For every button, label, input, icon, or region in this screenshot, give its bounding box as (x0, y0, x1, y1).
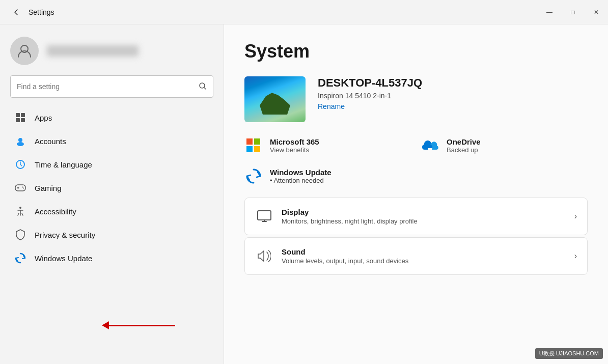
device-name: DESKTOP-4L537JQ (318, 76, 422, 90)
arrow-head-icon (102, 321, 109, 329)
svg-point-13 (23, 188, 24, 189)
arrow-annotation (102, 321, 175, 329)
onedrive-title: OneDrive (447, 137, 481, 146)
titlebar: Settings — □ ✕ (0, 0, 608, 24)
page-title: System (244, 41, 588, 62)
window-controls: — □ ✕ (538, 0, 608, 24)
device-card: DESKTOP-4L537JQ Inspiron 14 5410 2-in-1 … (244, 76, 588, 122)
status-card-ms365[interactable]: Microsoft 365 View benefits (244, 136, 411, 155)
close-button[interactable]: ✕ (585, 0, 608, 24)
accounts-icon (14, 135, 26, 147)
sidebar-item-apps[interactable]: Apps (4, 106, 219, 129)
watermark: U教授 UJIAOSHU.COM (535, 348, 603, 359)
sound-icon (255, 247, 273, 265)
sidebar-item-windows-update[interactable]: Windows Update (4, 247, 219, 269)
sidebar-item-time-language[interactable]: Time & language (4, 153, 219, 176)
status-row: Microsoft 365 View benefits OneDrive Bac… (244, 136, 588, 155)
accessibility-icon (14, 205, 26, 217)
sidebar-item-apps-label: Apps (35, 114, 52, 122)
apps-icon (14, 111, 26, 124)
setting-item-sound[interactable]: Sound Volume levels, output, input, soun… (244, 237, 588, 275)
device-rename-link[interactable]: Rename (318, 102, 345, 110)
sound-title: Sound (282, 247, 574, 256)
time-language-icon (14, 158, 26, 171)
svg-rect-4 (16, 118, 20, 122)
search-box[interactable] (10, 75, 213, 98)
sound-desc: Volume levels, output, input, sound devi… (282, 257, 574, 265)
onedrive-text: OneDrive Backed up (447, 137, 481, 154)
svg-point-12 (22, 187, 23, 188)
svg-point-7 (17, 142, 24, 146)
sound-chevron-icon: › (574, 251, 577, 261)
sidebar-item-time-label: Time & language (35, 160, 92, 169)
sidebar-item-privacy-security[interactable]: Privacy & security (4, 223, 219, 246)
sidebar-item-windows-update-label: Windows Update (35, 254, 92, 263)
device-image (244, 76, 306, 122)
windows-update-nav-icon (14, 252, 26, 264)
svg-rect-3 (21, 113, 25, 117)
avatar (10, 37, 39, 65)
windows-update-title: Windows Update (270, 168, 331, 177)
sidebar-item-privacy-label: Privacy & security (35, 231, 95, 239)
svg-rect-15 (258, 211, 271, 220)
search-box-wrap (0, 73, 224, 106)
search-input[interactable] (17, 82, 195, 91)
maximize-button[interactable]: □ (561, 0, 585, 24)
arrow-line (109, 325, 175, 326)
back-button[interactable] (8, 4, 24, 20)
sidebar: Apps Accounts Time & language (0, 24, 224, 364)
display-icon (255, 207, 273, 226)
device-info: DESKTOP-4L537JQ Inspiron 14 5410 2-in-1 … (318, 76, 422, 111)
ms365-text: Microsoft 365 View benefits (270, 137, 319, 154)
app-title: Settings (29, 8, 54, 16)
search-icon (199, 82, 207, 92)
sidebar-item-accounts[interactable]: Accounts (4, 130, 219, 152)
sidebar-item-accessibility-label: Accessibility (35, 207, 76, 216)
ms365-title: Microsoft 365 (270, 137, 319, 146)
display-text: Display Monitors, brightness, night ligh… (282, 208, 574, 225)
svg-point-14 (19, 207, 21, 209)
display-desc: Monitors, brightness, night light, displ… (282, 217, 574, 225)
windows-update-status[interactable]: Windows Update • Attention needed (244, 167, 588, 185)
svg-rect-5 (21, 118, 25, 122)
device-model: Inspiron 14 5410 2-in-1 (318, 92, 422, 100)
sound-text: Sound Volume levels, output, input, soun… (282, 247, 574, 265)
sidebar-item-gaming[interactable]: Gaming (4, 177, 219, 199)
privacy-security-icon (14, 229, 26, 241)
windows-update-text: Windows Update • Attention needed (270, 168, 331, 184)
svg-rect-9 (15, 185, 25, 191)
sidebar-item-gaming-label: Gaming (35, 184, 62, 192)
minimize-button[interactable]: — (538, 0, 561, 24)
sidebar-item-accessibility[interactable]: Accessibility (4, 200, 219, 222)
display-chevron-icon: › (574, 212, 577, 221)
windows-update-icon (244, 167, 263, 185)
setting-item-display[interactable]: Display Monitors, brightness, night ligh… (244, 198, 588, 235)
windows-update-subtitle: • Attention needed (270, 177, 331, 184)
onedrive-subtitle: Backed up (447, 146, 481, 154)
sidebar-item-accounts-label: Accounts (35, 137, 66, 146)
onedrive-icon (421, 136, 439, 155)
svg-rect-2 (16, 113, 20, 117)
svg-point-6 (18, 138, 22, 142)
content-area: System DESKTOP-4L537JQ Inspiron 14 5410 … (224, 24, 608, 364)
status-card-onedrive[interactable]: OneDrive Backed up (421, 136, 588, 155)
display-title: Display (282, 208, 574, 216)
main-container: Apps Accounts Time & language (0, 24, 608, 364)
user-profile[interactable] (0, 24, 224, 73)
microsoft-365-icon (244, 136, 263, 155)
ms365-subtitle: View benefits (270, 146, 319, 154)
user-name (47, 45, 139, 57)
gaming-icon (14, 182, 26, 194)
